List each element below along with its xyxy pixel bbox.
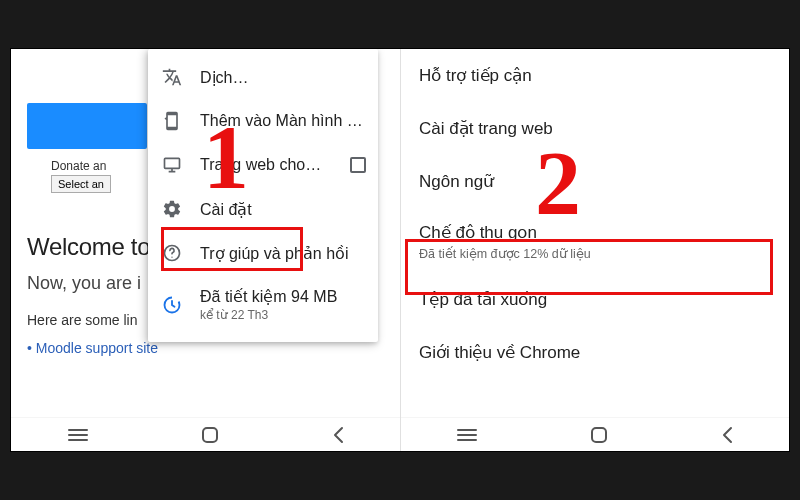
menu-label: Dịch… [200,68,366,87]
menu-item-data-saved[interactable]: Đã tiết kiệm 94 MB kể từ 22 Th3 [148,275,378,334]
primary-action-button[interactable] [27,103,147,149]
home-icon[interactable] [200,425,220,445]
home-icon[interactable] [589,425,609,445]
settings-item-lite-mode[interactable]: Chế độ thu gọn Đã tiết kiệm được 12% dữ … [401,208,789,273]
svg-rect-5 [592,428,606,442]
settings-label: Giới thiệu về Chrome [419,343,580,362]
settings-label: Ngôn ngữ [419,172,494,191]
menu-sublabel: kể từ 22 Th3 [200,308,337,322]
svg-point-2 [171,257,172,258]
settings-item-accessibility[interactable]: Hỗ trợ tiếp cận [401,49,789,102]
menu-label: Trợ giúp và phản hồi [200,244,366,263]
menu-item-help[interactable]: Trợ giúp và phản hồi [148,231,378,275]
donate-select[interactable]: Select an [51,175,111,193]
settings-sublabel: Đã tiết kiệm được 12% dữ liệu [419,246,771,261]
translate-icon [162,67,182,87]
chrome-overflow-menu: Dịch… Thêm vào Màn hình c… Trang web cho… [148,49,378,342]
help-icon [162,243,182,263]
settings-item-about[interactable]: Giới thiệu về Chrome [401,326,789,379]
menu-label: Cài đặt [200,200,366,219]
menu-item-settings[interactable]: Cài đặt [148,187,378,231]
step2-pane: Hỗ trợ tiếp cận Cài đặt trang web Ngôn n… [400,49,789,451]
svg-rect-0 [165,158,180,168]
menu-item-translate[interactable]: Dịch… [148,55,378,99]
android-nav-bar [401,417,789,451]
tutorial-composite: Donate an Select an Welcome to Now, you … [10,48,790,452]
menu-label: Đã tiết kiệm 94 MB [200,287,337,306]
data-saver-icon [162,295,182,315]
settings-item-language[interactable]: Ngôn ngữ [401,155,789,208]
menu-item-desktop-site[interactable]: Trang web cho… [148,143,378,187]
back-icon[interactable] [331,426,345,444]
chrome-settings-list: Hỗ trợ tiếp cận Cài đặt trang web Ngôn n… [401,49,789,379]
menu-label: Trang web cho… [200,156,332,174]
recents-icon[interactable] [456,428,478,442]
add-to-home-icon [162,111,182,131]
menu-item-add-to-home[interactable]: Thêm vào Màn hình c… [148,99,378,143]
settings-item-site-settings[interactable]: Cài đặt trang web [401,102,789,155]
support-link[interactable]: Moodle support site [27,340,390,356]
settings-label: Cài đặt trang web [419,119,553,138]
gear-icon [162,199,182,219]
menu-label: Thêm vào Màn hình c… [200,112,366,130]
settings-label: Hỗ trợ tiếp cận [419,66,532,85]
settings-label: Chế độ thu gọn [419,222,771,243]
settings-item-downloads[interactable]: Tệp đã tải xuống [401,273,789,326]
step1-pane: Donate an Select an Welcome to Now, you … [11,49,400,451]
back-icon[interactable] [720,426,734,444]
android-nav-bar [11,417,400,451]
recents-icon[interactable] [67,428,89,442]
desktop-icon [162,155,182,175]
settings-label: Tệp đã tải xuống [419,290,547,309]
desktop-site-checkbox[interactable] [350,157,366,173]
svg-rect-4 [203,428,217,442]
